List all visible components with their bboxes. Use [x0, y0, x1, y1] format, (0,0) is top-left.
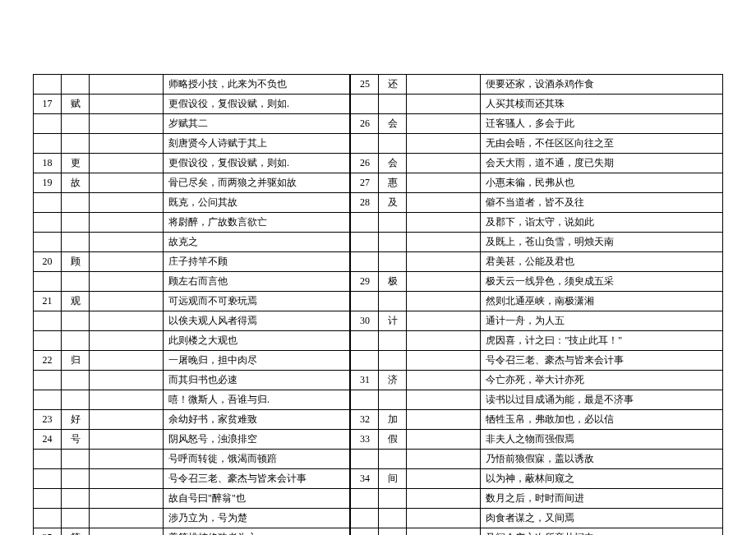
char-cell — [62, 390, 90, 410]
char-cell: 加 — [379, 410, 407, 430]
table-row: 29极极天云一线异色，须臾成五采 — [351, 272, 723, 292]
example-cell: 便要还家，设酒杀鸡作食 — [481, 75, 723, 95]
table-row: 20顾庄子持竿不顾 — [34, 252, 350, 272]
example-cell: 既克，公问其故 — [164, 193, 350, 213]
table-row: 读书以过目成诵为能，最是不济事 — [351, 390, 723, 410]
num-cell: 22 — [34, 351, 62, 371]
char-cell — [62, 114, 90, 134]
char-cell — [379, 95, 407, 114]
table-row: 及既上，苍山负雪，明烛天南 — [351, 233, 723, 252]
example-cell: 非夫人之物而强假焉 — [481, 430, 723, 450]
blank-cell — [407, 114, 481, 134]
table-row: 号呼而转徙，饿渴而顿踣 — [34, 450, 350, 469]
num-cell: 18 — [34, 154, 62, 173]
table-row: 33假非夫人之物而强假焉 — [351, 430, 723, 450]
example-cell: 数月之后，时时而间进 — [481, 489, 723, 509]
blank-cell — [407, 489, 481, 509]
table-row: 肉食者谋之，又间焉 — [351, 509, 723, 528]
blank-cell — [90, 371, 164, 390]
char-cell — [379, 390, 407, 410]
table-row: 数月之后，时时而间进 — [351, 489, 723, 509]
num-cell — [34, 75, 62, 95]
blank-cell — [90, 311, 164, 331]
table-row: 26会迁客骚人，多会于此 — [351, 114, 723, 134]
table-row: 人买其椟而还其珠 — [351, 95, 723, 114]
example-cell: 人买其椟而还其珠 — [481, 95, 723, 114]
num-cell: 21 — [34, 292, 62, 311]
char-cell: 极 — [379, 272, 407, 292]
num-cell: 20 — [34, 252, 62, 272]
blank-cell — [407, 351, 481, 371]
blank-cell — [407, 233, 481, 252]
char-cell — [62, 193, 90, 213]
blank-cell — [90, 173, 164, 193]
num-cell — [351, 134, 379, 154]
blank-cell — [90, 233, 164, 252]
blank-cell — [90, 331, 164, 351]
blank-cell — [407, 311, 481, 331]
example-cell: 虎因喜，计之曰："技止此耳！" — [481, 331, 723, 351]
num-cell — [34, 489, 62, 509]
table-row: 师略授小技，此来为不负也 — [34, 75, 350, 95]
num-cell: 26 — [351, 114, 379, 134]
blank-cell — [90, 509, 164, 528]
blank-cell — [90, 134, 164, 154]
num-cell — [351, 252, 379, 272]
num-cell — [34, 311, 62, 331]
table-row: 君美甚，公能及君也 — [351, 252, 723, 272]
num-cell: 27 — [351, 173, 379, 193]
blank-cell — [90, 450, 164, 469]
table-row: 21观可远观而不可亵玩焉 — [34, 292, 350, 311]
num-cell: 30 — [351, 311, 379, 331]
char-cell: 赋 — [62, 95, 90, 114]
example-cell: 及郡下，诣太守，说如此 — [481, 213, 723, 233]
num-cell — [351, 390, 379, 410]
char-cell — [62, 134, 90, 154]
table-row: 涉乃立为，号为楚 — [34, 509, 350, 528]
example-cell: 盖简桃核修狭者为之 — [164, 528, 350, 536]
char-cell — [62, 213, 90, 233]
num-cell — [34, 272, 62, 292]
blank-cell — [90, 193, 164, 213]
example-cell: 顾左右而言他 — [164, 272, 350, 292]
example-cell: 读书以过目成诵为能，最是不济事 — [481, 390, 723, 410]
num-cell: 34 — [351, 469, 379, 489]
blank-cell — [407, 272, 481, 292]
table-row: 将尉醉，广故数言欲亡 — [34, 213, 350, 233]
table-row: 17赋更假设役，复假设赋，则如. — [34, 95, 350, 114]
example-cell: 岁赋其二 — [164, 114, 350, 134]
char-cell: 济 — [379, 371, 407, 390]
table-row: 乃悟前狼假寐，盖以诱敌 — [351, 450, 723, 469]
blank-cell — [90, 469, 164, 489]
num-cell — [34, 134, 62, 154]
blank-cell — [407, 134, 481, 154]
num-cell — [351, 292, 379, 311]
example-cell: 僻不当道者，皆不及往 — [481, 193, 723, 213]
table-row: 然则北通巫峡，南极潇湘 — [351, 292, 723, 311]
char-cell — [62, 311, 90, 331]
table-row: 25还便要还家，设酒杀鸡作食 — [351, 75, 723, 95]
blank-cell — [407, 252, 481, 272]
blank-cell — [407, 390, 481, 410]
char-cell: 故 — [62, 173, 90, 193]
char-cell: 会 — [379, 114, 407, 134]
example-cell: 将尉醉，广故数言欲亡 — [164, 213, 350, 233]
char-cell: 号 — [62, 430, 90, 450]
num-cell — [34, 450, 62, 469]
table-row: 既克，公问其故 — [34, 193, 350, 213]
char-cell: 简 — [62, 528, 90, 536]
char-cell — [379, 233, 407, 252]
num-cell: 29 — [351, 272, 379, 292]
char-cell — [379, 509, 407, 528]
example-cell: 及既上，苍山负雪，明烛天南 — [481, 233, 723, 252]
example-cell: 此则楼之大观也 — [164, 331, 350, 351]
example-cell: 更假设役，复假设赋，则如. — [164, 154, 350, 173]
num-cell: 19 — [34, 173, 62, 193]
blank-cell — [407, 154, 481, 173]
blank-cell — [90, 154, 164, 173]
table-row: 35简盖简桃核修狭者为之 — [34, 528, 350, 536]
blank-cell — [407, 410, 481, 430]
blank-cell — [90, 252, 164, 272]
char-cell — [62, 469, 90, 489]
example-cell: 以俟夫观人风者得焉 — [164, 311, 350, 331]
